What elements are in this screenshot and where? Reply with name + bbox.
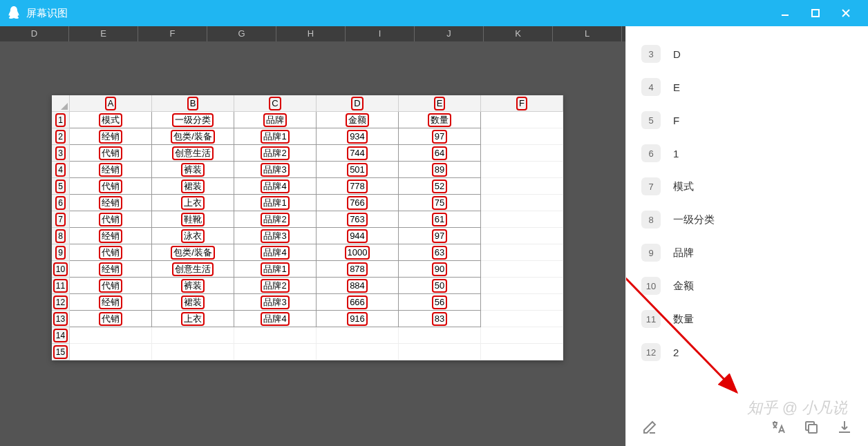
cell	[399, 344, 481, 360]
table-row: 3代销创意生活品牌274464	[52, 145, 563, 162]
list-item-number: 6	[641, 144, 661, 162]
list-item-text: E	[673, 81, 680, 93]
cell: 884	[317, 278, 399, 294]
row-number: 11	[52, 278, 70, 294]
list-item-text: F	[673, 115, 679, 126]
cell: 品牌3	[234, 162, 317, 178]
titlebar: 屏幕识图	[0, 0, 868, 26]
list-item[interactable]: 61	[641, 137, 861, 170]
col-header: A	[70, 95, 152, 111]
bg-col: D	[0, 26, 69, 41]
cell	[481, 112, 563, 128]
cell: 代销	[70, 178, 152, 195]
list-item[interactable]: 7模式	[641, 170, 861, 203]
col-header: E	[399, 95, 481, 111]
cell: 89	[399, 162, 481, 178]
cell: 52	[399, 178, 481, 195]
row-number: 7	[52, 211, 70, 228]
maximize-button[interactable]	[800, 0, 831, 26]
cell: 代销	[70, 145, 152, 162]
cell	[234, 327, 317, 344]
cell	[481, 344, 563, 360]
list-item[interactable]: 8一级分类	[641, 203, 861, 236]
cell: 经销	[70, 162, 152, 178]
right-ocr-pane: 3D4E5F617模式8一级分类9品牌10金额11数量122	[625, 26, 868, 446]
cell: 97	[399, 228, 481, 244]
cell: 代销	[70, 211, 152, 228]
list-item[interactable]: 9品牌	[641, 236, 861, 269]
download-icon[interactable]	[836, 419, 853, 436]
cell: 1000	[317, 244, 399, 261]
cell: 666	[317, 294, 399, 311]
bg-col: F	[138, 26, 207, 41]
cell: 经销	[70, 261, 152, 278]
close-button[interactable]	[831, 0, 861, 26]
list-item-text: D	[673, 48, 681, 60]
row-number: 3	[52, 145, 70, 162]
svg-rect-4	[809, 425, 817, 433]
list-item[interactable]: 10金额	[641, 269, 861, 302]
cell	[317, 344, 399, 360]
cell: 经销	[70, 228, 152, 244]
list-item-number: 5	[641, 111, 661, 129]
cell: 934	[317, 128, 399, 145]
list-item-number: 11	[641, 310, 661, 328]
list-item[interactable]: 4E	[641, 70, 861, 104]
row-number: 4	[52, 162, 70, 178]
translate-icon[interactable]	[770, 419, 786, 436]
table-row: 8经销泳衣品牌394497	[52, 228, 563, 244]
list-item[interactable]: 3D	[641, 37, 861, 70]
left-image-pane: D E F G H I J K L A B C D E F 1模式一级分类品牌金…	[0, 26, 625, 446]
cell: 裙装	[152, 294, 234, 311]
cell: 裙装	[152, 178, 234, 195]
cell	[481, 244, 563, 261]
list-item[interactable]: 11数量	[641, 302, 861, 336]
row-number: 9	[52, 244, 70, 261]
edit-icon[interactable]	[641, 419, 658, 436]
cell: 鞋靴	[152, 211, 234, 228]
table-row: 11代销裤装品牌288450	[52, 278, 563, 294]
cell	[481, 178, 563, 195]
table-row: 10经销创意生活品牌187890	[52, 261, 563, 278]
col-header: D	[317, 95, 399, 111]
copy-icon[interactable]	[803, 419, 820, 436]
cell: 品牌4	[234, 178, 317, 195]
row-number: 12	[52, 294, 70, 311]
window-title: 屏幕识图	[26, 7, 68, 20]
list-item-number: 12	[641, 343, 661, 361]
cell	[234, 344, 317, 360]
cell: 944	[317, 228, 399, 244]
row-number: 5	[52, 178, 70, 195]
cell: 97	[399, 128, 481, 145]
sheet-body: 1模式一级分类品牌金额数量2经销包类/装备品牌1934973代销创意生活品牌27…	[52, 112, 563, 360]
cell	[152, 327, 234, 344]
table-row: 12经销裙装品牌366656	[52, 294, 563, 311]
list-item-number: 8	[641, 211, 661, 229]
cell	[481, 311, 563, 327]
bg-col: I	[346, 26, 415, 41]
cell	[481, 228, 563, 244]
list-item-number: 4	[641, 78, 661, 96]
cell: 75	[399, 195, 481, 211]
cell: 916	[317, 311, 399, 327]
cell: 品牌3	[234, 294, 317, 311]
cell	[70, 327, 152, 344]
list-item[interactable]: 5F	[641, 104, 861, 137]
row-number: 1	[52, 112, 70, 128]
cell	[70, 344, 152, 360]
table-row: 1模式一级分类品牌金额数量	[52, 112, 563, 128]
table-row: 6经销上衣品牌176675	[52, 195, 563, 211]
cell: 744	[317, 145, 399, 162]
cell: 品牌1	[234, 128, 317, 145]
cell	[481, 128, 563, 145]
cell: 泳衣	[152, 228, 234, 244]
cell	[481, 278, 563, 294]
cell: 金额	[317, 112, 399, 128]
cell: 778	[317, 178, 399, 195]
cell	[481, 195, 563, 211]
minimize-button[interactable]	[770, 0, 800, 26]
row-number: 8	[52, 228, 70, 244]
bg-col: H	[276, 26, 346, 41]
list-item[interactable]: 122	[641, 336, 861, 369]
cell: 数量	[399, 112, 481, 128]
